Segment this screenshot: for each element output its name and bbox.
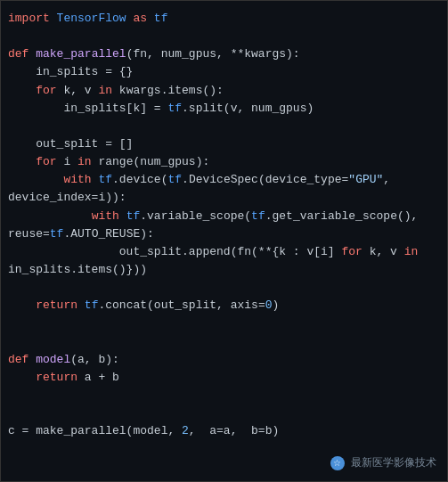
code-line: c = make_parallel(model, 2, a=a, b=b) <box>8 422 440 440</box>
code-line: out_split.append(fn(**{k : v[i] for k, v… <box>8 243 440 261</box>
code-line: device_index=i)): <box>8 189 440 207</box>
code-line <box>8 333 440 351</box>
code-line: out_split = [] <box>8 135 440 153</box>
code-line <box>8 28 440 45</box>
code-line <box>8 279 440 297</box>
code-line: return a + b <box>8 369 440 387</box>
code-line <box>8 404 440 422</box>
watermark-icon: ☆ <box>330 456 345 470</box>
code-line <box>8 315 440 332</box>
code-line: in_splits = {} <box>8 63 440 81</box>
code-line: in_splits.items()})) <box>8 261 440 279</box>
code-line: import TensorFlow as tf <box>8 10 440 28</box>
code-line: def model(a, b): <box>8 351 440 369</box>
code-line: reuse=tf.AUTO_REUSE): <box>8 225 440 243</box>
code-line <box>8 387 440 404</box>
code-line: for k, v in kwargs.items(): <box>8 82 440 100</box>
code-editor: import TensorFlow as tf def make_paralle… <box>0 0 448 482</box>
code-line: for i in range(num_gpus): <box>8 153 440 171</box>
watermark: ☆ 最新医学影像技术 <box>330 455 436 470</box>
code-block: import TensorFlow as tf def make_paralle… <box>8 10 440 440</box>
code-line: with tf.device(tf.DeviceSpec(device_type… <box>8 171 440 189</box>
watermark-text: 最新医学影像技术 <box>351 456 436 469</box>
code-line: def make_parallel(fn, num_gpus, **kwargs… <box>8 45 440 63</box>
code-line: in_splits[k] = tf.split(v, num_gpus) <box>8 100 440 118</box>
code-line <box>8 118 440 135</box>
code-line: with tf.variable_scope(tf.get_variable_s… <box>8 208 440 225</box>
code-line: return tf.concat(out_split, axis=0) <box>8 297 440 315</box>
